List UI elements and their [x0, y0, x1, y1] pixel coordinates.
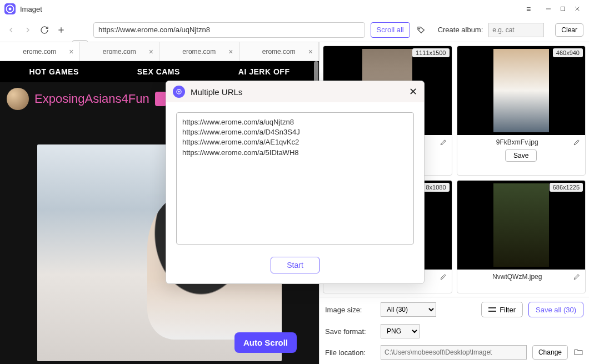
close-window-button[interactable] — [570, 2, 585, 16]
clear-button[interactable]: Clear — [555, 23, 583, 37]
edit-icon[interactable] — [440, 273, 447, 281]
bottom-controls: Image size: All (30) Filter Save all (30… — [320, 297, 589, 364]
sliders-icon — [488, 306, 496, 313]
auto-scroll-button[interactable]: Auto Scroll — [234, 332, 297, 353]
tab-2[interactable]: erome.com× — [159, 42, 239, 61]
change-location-button[interactable]: Change — [532, 345, 568, 360]
nav-sex-cams[interactable]: SEX CAMS — [137, 67, 180, 76]
tab-0[interactable]: erome.com× — [0, 42, 80, 61]
dimension-badge: 1111x1500 — [412, 48, 449, 57]
close-tab-icon[interactable]: × — [228, 47, 233, 56]
dialog-logo-icon — [173, 86, 185, 98]
close-tab-icon[interactable]: × — [149, 47, 153, 56]
filename: 9FkBxmFv.jpg — [462, 138, 573, 146]
open-folder-icon[interactable] — [573, 347, 583, 358]
result-thumbnail[interactable]: 460x940 — [457, 46, 586, 135]
toolbar: Scroll all Create album: Clear — [0, 18, 589, 42]
urls-textarea[interactable] — [176, 112, 414, 245]
dimension-badge: 686x1225 — [550, 183, 583, 192]
url-input[interactable] — [93, 22, 365, 38]
site-top-nav: HOT GAMES SEX CAMS AI JERK OFF — [0, 61, 319, 82]
app-name: Imaget — [20, 5, 42, 13]
filename: NvwtQWzM.jpeg — [462, 273, 573, 281]
result-card: 460x940 9FkBxmFv.jpg Save — [457, 46, 586, 176]
result-card: 686x1225 NvwtQWzM.jpeg — [457, 180, 586, 293]
add-tab-button[interactable] — [56, 24, 67, 36]
follow-button[interactable] — [155, 92, 166, 106]
save-format-label: Save format: — [325, 327, 375, 336]
image-size-select[interactable]: All (30) — [381, 302, 436, 317]
close-tab-icon[interactable]: × — [69, 47, 73, 56]
avatar[interactable] — [7, 88, 29, 110]
tab-label: erome.com — [103, 48, 136, 56]
tab-label: erome.com — [182, 48, 216, 56]
forward-button[interactable] — [22, 24, 33, 36]
title-bar: Imaget ≡ — [0, 0, 589, 18]
file-location-label: File location: — [325, 348, 375, 357]
scroll-all-button[interactable]: Scroll all — [371, 22, 410, 38]
back-button[interactable] — [6, 24, 17, 36]
maximize-button[interactable] — [556, 2, 570, 16]
file-location-value: C:\Users\mobeesoft\Desktop\Imaget — [381, 345, 527, 360]
save-all-button[interactable]: Save all (30) — [528, 302, 583, 317]
nav-hot-games[interactable]: HOT GAMES — [29, 67, 78, 76]
svg-point-10 — [418, 28, 420, 29]
dialog-close-icon[interactable]: ✕ — [409, 86, 417, 98]
dialog-title: Multiple URLs — [191, 87, 403, 97]
save-format-select[interactable]: PNG — [381, 324, 420, 338]
filter-button[interactable]: Filter — [481, 302, 523, 317]
tab-label: erome.com — [23, 48, 56, 56]
tab-3[interactable]: erome.com× — [239, 42, 320, 61]
app-logo-icon — [4, 3, 16, 14]
edit-icon[interactable] — [573, 138, 581, 146]
nav-ai-jerk-off[interactable]: AI JERK OFF — [238, 67, 290, 76]
tab-strip: erome.com× erome.com× erome.com× erome.c… — [0, 42, 319, 61]
close-tab-icon[interactable]: × — [308, 47, 313, 56]
svg-point-12 — [178, 91, 180, 93]
dimension-badge: 460x940 — [553, 48, 583, 57]
save-image-button[interactable]: Save — [505, 149, 537, 162]
dimension-badge: 8x1080 — [422, 183, 449, 192]
tab-label: erome.com — [262, 48, 296, 56]
minimize-button[interactable] — [541, 2, 556, 16]
image-size-label: Image size: — [325, 306, 375, 314]
reload-button[interactable] — [39, 24, 50, 36]
create-album-label: Create album: — [438, 26, 483, 34]
edit-icon[interactable] — [440, 138, 447, 146]
create-album-input[interactable] — [488, 23, 544, 37]
start-button[interactable]: Start — [271, 257, 320, 273]
result-thumbnail[interactable]: 686x1225 — [457, 181, 586, 270]
tag-icon[interactable] — [416, 24, 427, 36]
hamburger-menu-icon[interactable]: ≡ — [521, 2, 536, 16]
svg-point-1 — [9, 8, 12, 11]
multiple-urls-dialog: Multiple URLs ✕ Start — [166, 81, 425, 284]
edit-icon[interactable] — [573, 273, 581, 281]
username[interactable]: ExposingAsians4Fun — [34, 92, 149, 106]
dialog-header: Multiple URLs ✕ — [166, 81, 424, 102]
tab-1[interactable]: erome.com× — [80, 42, 160, 61]
svg-rect-3 — [561, 7, 565, 11]
